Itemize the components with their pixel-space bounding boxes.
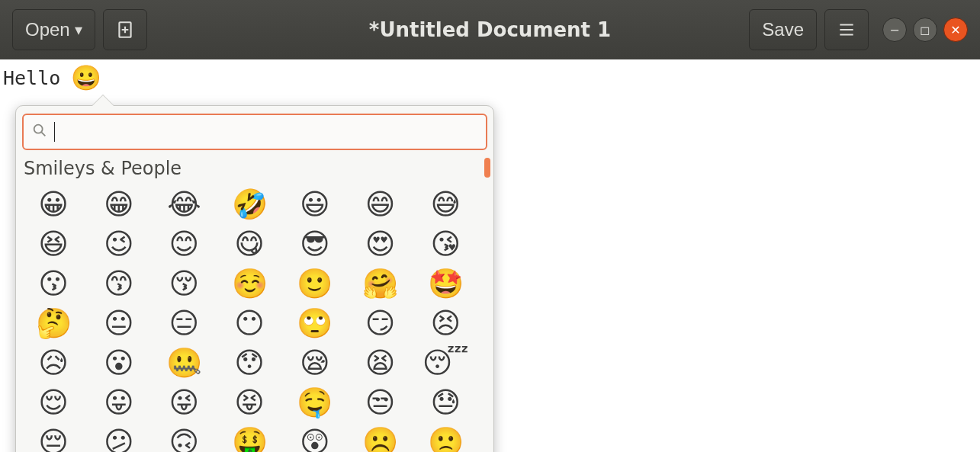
editor-text: Hello <box>3 67 60 89</box>
window-minimize-button[interactable]: − <box>882 18 907 42</box>
close-icon: ✕ <box>950 23 960 37</box>
emoji-cell[interactable]: 😑 <box>163 306 204 341</box>
emoji-cell[interactable]: 🤩 <box>425 266 466 301</box>
save-button[interactable]: Save <box>749 9 817 50</box>
window-maximize-button[interactable]: ◻ <box>913 18 937 42</box>
emoji-cell[interactable]: 😴 <box>425 345 466 380</box>
emoji-cell[interactable]: 😌 <box>33 385 74 420</box>
emoji-cell[interactable]: 😎 <box>294 226 336 261</box>
emoji-cell[interactable]: 😚 <box>163 266 204 301</box>
emoji-cell[interactable]: 😍 <box>360 226 401 261</box>
svg-point-1 <box>34 124 43 133</box>
emoji-cell[interactable]: 😝 <box>229 385 270 420</box>
emoji-cell[interactable]: 😄 <box>360 187 401 222</box>
emoji-cell[interactable]: 😀 <box>33 187 74 222</box>
emoji-cell[interactable]: 🤔 <box>33 306 74 341</box>
emoji-cell[interactable]: ☹️ <box>360 425 401 452</box>
emoji-cell[interactable]: 😶 <box>229 306 270 341</box>
emoji-cell[interactable]: 🤣 <box>229 187 270 222</box>
window-close-button[interactable]: ✕ <box>943 18 968 42</box>
open-button[interactable]: Open ▾ <box>12 9 95 50</box>
emoji-cell[interactable]: 😣 <box>425 306 466 341</box>
search-icon <box>31 122 48 143</box>
emoji-search-field[interactable] <box>22 114 487 150</box>
emoji-cell[interactable]: 😏 <box>360 306 401 341</box>
emoji-cell[interactable]: 😅 <box>425 187 466 222</box>
emoji-cell[interactable]: 😊 <box>163 226 204 261</box>
emoji-cell[interactable]: 🙄 <box>294 306 336 341</box>
maximize-icon: ◻ <box>920 23 930 37</box>
emoji-cell[interactable]: 🤑 <box>229 425 270 452</box>
emoji-cell[interactable]: 😐 <box>98 306 140 341</box>
emoji-cell[interactable]: 🙂 <box>294 266 336 301</box>
emoji-cell[interactable]: 😋 <box>229 226 270 261</box>
chevron-down-icon: ▾ <box>75 21 82 39</box>
emoji-cell[interactable]: 😘 <box>425 226 466 261</box>
emoji-grid: 😀😁😂🤣😃😄😅😆😉😊😋😎😍😘😗😙😚☺️🙂🤗🤩🤔😐😑😶🙄😏😣😥😮🤐😯😪😫😴😌😛😜😝… <box>22 184 487 452</box>
emoji-cell[interactable]: 😛 <box>98 385 140 420</box>
emoji-cell[interactable]: 😓 <box>425 385 466 420</box>
editor-text-line: Hello 😀 <box>3 66 101 90</box>
emoji-cell[interactable]: 😗 <box>33 266 74 301</box>
emoji-cell[interactable]: ☺️ <box>229 266 270 301</box>
emoji-cell[interactable]: 🤐 <box>163 345 204 380</box>
emoji-cell[interactable]: 😆 <box>33 226 74 261</box>
emoji-cell[interactable]: 😲 <box>294 425 336 452</box>
hamburger-menu-button[interactable] <box>824 9 869 50</box>
emoji-search-input[interactable] <box>55 122 478 142</box>
header-bar: Open ▾ *Untitled Document 1 Save − ◻ <box>0 0 980 59</box>
inline-emoji: 😀 <box>71 66 101 90</box>
emoji-cell[interactable]: 🤤 <box>294 385 336 420</box>
emoji-cell[interactable]: 😔 <box>33 425 74 452</box>
emoji-cell[interactable]: 😕 <box>98 425 140 452</box>
emoji-cell[interactable]: 😒 <box>360 385 401 420</box>
new-document-icon <box>115 20 135 40</box>
emoji-cell[interactable]: 😪 <box>294 345 336 380</box>
emoji-cell[interactable]: 🙁 <box>425 425 466 452</box>
emoji-cell[interactable]: 🙃 <box>163 425 204 452</box>
minimize-icon: − <box>889 23 899 37</box>
emoji-cell[interactable]: 😉 <box>98 226 140 261</box>
scrollbar-thumb[interactable] <box>484 158 490 178</box>
new-tab-button[interactable] <box>103 9 147 50</box>
emoji-cell[interactable]: 😁 <box>98 187 140 222</box>
emoji-cell[interactable]: 😂 <box>163 187 204 222</box>
open-button-label: Open <box>25 19 70 40</box>
emoji-cell[interactable]: 😃 <box>294 187 336 222</box>
emoji-cell[interactable]: 😥 <box>33 345 74 380</box>
emoji-cell[interactable]: 🤗 <box>360 266 401 301</box>
emoji-cell[interactable]: 😮 <box>98 345 140 380</box>
header-right-cluster: Save − ◻ ✕ <box>749 9 968 50</box>
emoji-category-title: Smileys & People <box>24 158 486 179</box>
emoji-cell[interactable]: 😜 <box>163 385 204 420</box>
save-button-label: Save <box>762 19 804 40</box>
emoji-cell[interactable]: 😫 <box>360 345 401 380</box>
emoji-cell[interactable]: 😯 <box>229 345 270 380</box>
hamburger-icon <box>837 20 856 40</box>
editor-area[interactable]: Hello 😀 Smileys & People 😀😁😂🤣😃😄😅😆😉😊😋😎😍😘😗… <box>0 59 980 452</box>
emoji-cell[interactable]: 😙 <box>98 266 140 301</box>
emoji-picker: Smileys & People 😀😁😂🤣😃😄😅😆😉😊😋😎😍😘😗😙😚☺️🙂🤗🤩🤔… <box>15 105 494 452</box>
